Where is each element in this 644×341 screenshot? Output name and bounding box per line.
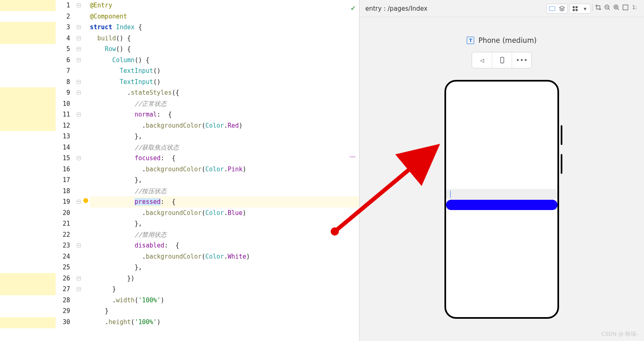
code-line[interactable]: Column() { (90, 55, 360, 66)
code-line[interactable]: .height('100%') (90, 317, 360, 328)
fold-icon[interactable] (77, 3, 81, 7)
line-number[interactable]: 18 (56, 186, 70, 197)
line-number[interactable]: 26 (56, 273, 70, 284)
line-number[interactable]: 11 (56, 109, 70, 120)
rotate-button[interactable] (492, 52, 512, 68)
code-line[interactable]: } (90, 284, 360, 295)
chevron-down-icon[interactable]: ▾ (581, 5, 589, 12)
token: : (165, 242, 172, 249)
code-line[interactable]: }, (90, 262, 360, 273)
code-line[interactable]: .stateStyles({ (90, 87, 360, 98)
line-number[interactable]: 9 (56, 87, 70, 98)
lightbulb-icon[interactable] (83, 198, 88, 203)
code-line[interactable]: normal: { (90, 109, 360, 120)
line-number[interactable]: 5 (56, 44, 70, 55)
preview-textinput-1[interactable] (446, 189, 557, 199)
code-line[interactable]: build() { (90, 33, 360, 44)
line-number[interactable]: 13 (56, 131, 70, 142)
crop-icon[interactable] (595, 4, 602, 11)
code-line[interactable]: Row() { (90, 44, 360, 55)
code-line[interactable]: pressed: { (90, 196, 360, 208)
layers-icon[interactable] (558, 5, 566, 12)
line-number[interactable]: 22 (56, 229, 70, 241)
line-number[interactable]: 2 (56, 11, 70, 22)
fold-icon[interactable] (77, 287, 81, 291)
back-button[interactable]: ◁ (472, 52, 492, 68)
token: '100%' (138, 297, 160, 304)
fold-icon[interactable] (77, 156, 81, 160)
line-number[interactable]: 1 (56, 0, 70, 11)
fold-icon[interactable] (77, 80, 81, 84)
line-number[interactable]: 28 (56, 295, 70, 306)
code-line[interactable]: //正常状态 (90, 98, 360, 110)
more-button[interactable]: ••• (512, 52, 531, 68)
code-line[interactable]: //按压状态 (90, 186, 360, 197)
code-line[interactable]: }, (90, 175, 360, 186)
token (172, 242, 176, 249)
line-number[interactable]: 4 (56, 33, 70, 44)
fit-icon[interactable] (622, 4, 629, 11)
code-line[interactable]: }, (90, 218, 360, 229)
analysis-ok-icon[interactable]: ✔ (351, 3, 355, 12)
fold-icon[interactable] (77, 36, 81, 40)
code-line[interactable]: @Component (90, 11, 360, 22)
zoom-out-icon[interactable] (604, 4, 611, 11)
one-to-one-icon[interactable]: 1: (631, 4, 638, 11)
line-number[interactable]: 24 (56, 251, 70, 262)
preview-body: T Phone (medium) ◁ ••• (360, 17, 644, 341)
code-line[interactable]: @Entry (90, 0, 360, 11)
fold-icon[interactable] (77, 276, 81, 280)
code-line[interactable]: .backgroundColor(Color.White) (90, 251, 360, 262)
token: { (176, 242, 179, 249)
fold-icon[interactable] (77, 200, 81, 204)
fold-icon[interactable] (77, 47, 81, 51)
line-number[interactable]: 3 (56, 22, 70, 33)
code-line[interactable]: focused: { (90, 153, 360, 164)
code-line[interactable]: .backgroundColor(Color.Pink) (90, 164, 360, 175)
code-line[interactable]: TextInput() (90, 65, 360, 77)
line-number[interactable]: 7 (56, 65, 70, 77)
fold-icon[interactable] (77, 91, 81, 95)
line-number[interactable]: 29 (56, 306, 70, 317)
svg-rect-8 (501, 57, 504, 63)
line-number[interactable]: 10 (56, 98, 70, 110)
code-area[interactable]: ✔ @Entry@Componentstruct Index { build()… (90, 0, 360, 341)
fold-icon[interactable] (77, 58, 81, 62)
line-number[interactable]: 25 (56, 262, 70, 273)
line-number[interactable]: 19 (56, 196, 70, 208)
inspect-icon[interactable] (548, 5, 556, 12)
code-line[interactable]: struct Index { (90, 22, 360, 33)
token: ) (242, 166, 246, 173)
line-number[interactable]: 8 (56, 77, 70, 88)
gutter-cell (74, 229, 90, 241)
zoom-in-icon[interactable] (613, 4, 620, 11)
code-line[interactable]: //获取焦点状态 (90, 142, 360, 153)
line-number[interactable]: 16 (56, 164, 70, 175)
line-number[interactable]: 15 (56, 153, 70, 164)
line-number[interactable]: 14 (56, 142, 70, 153)
code-line[interactable]: }, (90, 131, 360, 142)
line-number[interactable]: 17 (56, 175, 70, 186)
line-number[interactable]: 30 (56, 317, 70, 328)
watermark: CSDN @-耿瑞- (601, 330, 638, 338)
code-line[interactable]: TextInput() (90, 77, 360, 88)
line-number[interactable]: 6 (56, 55, 70, 66)
line-number[interactable]: 23 (56, 240, 70, 251)
line-number[interactable]: 27 (56, 284, 70, 295)
code-line[interactable]: .backgroundColor(Color.Red) (90, 120, 360, 131)
code-line[interactable]: } (90, 306, 360, 317)
code-line[interactable]: //禁用状态 (90, 229, 360, 241)
code-line[interactable]: .width('100%') (90, 295, 360, 306)
code-line[interactable]: .backgroundColor(Color.Blue) (90, 208, 360, 219)
line-number[interactable]: 21 (56, 218, 70, 229)
preview-textinput-2[interactable] (446, 200, 557, 210)
code-line[interactable]: }) (90, 273, 360, 284)
grid-icon[interactable] (571, 5, 579, 12)
fold-icon[interactable] (77, 243, 81, 248)
svg-rect-3 (573, 9, 575, 11)
line-number[interactable]: 20 (56, 208, 70, 219)
fold-icon[interactable] (77, 25, 81, 29)
line-number[interactable]: 12 (56, 120, 70, 131)
code-line[interactable]: disabled: { (90, 240, 360, 251)
fold-icon[interactable] (77, 112, 81, 117)
